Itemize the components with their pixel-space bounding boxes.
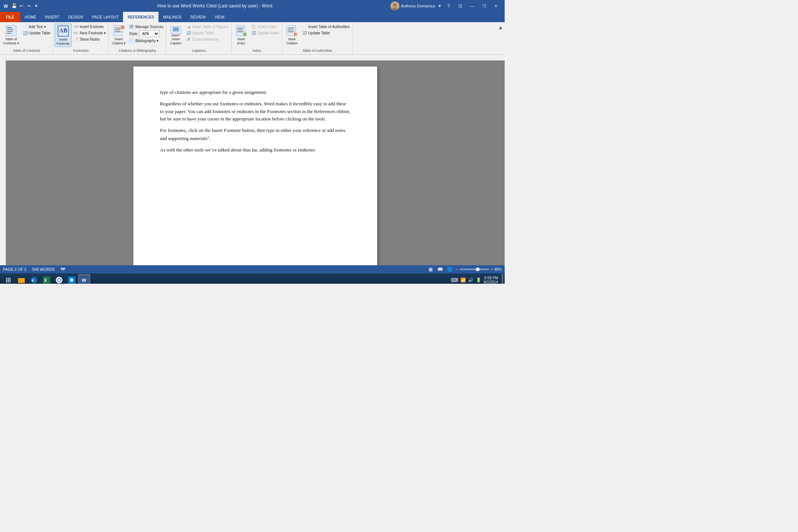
insert-footnote-icon: AB 1 <box>57 25 69 37</box>
customize-quick-access-icon[interactable]: ▾ <box>33 3 39 9</box>
svg-text:AB: AB <box>59 27 68 34</box>
document-page: type of citations are appropriate for a … <box>133 66 377 265</box>
style-dropdown[interactable]: APA MLA Chicago <box>139 30 160 37</box>
paragraph-4: As with the other tools we’ve talked abo… <box>160 146 351 154</box>
cross-reference-icon: 🔗 <box>186 37 191 42</box>
taskbar-ie[interactable]: e <box>28 274 40 284</box>
maximize-button[interactable]: ❐ <box>478 2 490 10</box>
volume-icon[interactable]: 🔊 <box>468 277 474 283</box>
update-toa-button[interactable]: 🔄 Update Table <box>301 30 351 36</box>
cross-reference-label: Cross-reference <box>192 37 219 41</box>
reading-view-button[interactable]: 📖 <box>437 266 443 273</box>
insert-footnote-label: InsertFootnote <box>57 38 70 46</box>
minimize-button[interactable]: — <box>466 2 478 10</box>
taskbar: ⊞ e X W ⌨ 📶 🔊 🔋 6:58 PM 9/2/2014 <box>0 273 505 284</box>
update-index-button[interactable]: 🔄 Update Index <box>250 30 281 36</box>
footnotes-group-label: Footnotes <box>55 48 107 53</box>
tab-review[interactable]: REVIEW <box>186 12 210 22</box>
taskbar-file-explorer[interactable] <box>16 274 27 284</box>
tab-view[interactable]: VIEW <box>210 12 229 22</box>
insert-index-icon: 📋 <box>251 24 256 29</box>
document-scroll[interactable]: type of citations are appropriate for a … <box>6 61 505 265</box>
update-table-toc-icon: 🔄 <box>23 30 28 35</box>
update-table-toc-label: Update Table <box>29 31 51 35</box>
ribbon-group-index-content: ✓ MarkEntry 📋 Insert Index 🔄 Update Inde… <box>233 24 281 48</box>
svg-point-47 <box>58 279 60 281</box>
zoom-level: 90% <box>494 267 502 272</box>
keyboard-icon[interactable]: ⌨ <box>451 277 458 283</box>
zoom-thumb[interactable] <box>476 267 480 271</box>
print-layout-view-button[interactable]: ▦ <box>427 266 434 273</box>
insert-caption-button[interactable]: InsertCaption <box>168 24 184 46</box>
web-layout-view-button[interactable]: 🌐 <box>446 266 453 273</box>
update-table-toc-button[interactable]: 🔄 Update Table <box>21 30 52 36</box>
help-icon[interactable]: ? <box>446 3 451 9</box>
svg-rect-25 <box>173 27 179 31</box>
ribbon-group-toc: Table ofContents ▾ 📄 Add Text ▾ 🔄 Update… <box>0 23 53 54</box>
battery-icon[interactable]: 🔋 <box>476 277 481 283</box>
zoom-minus-icon[interactable]: − <box>456 267 458 272</box>
ribbon-display-icon[interactable]: ⊡ <box>457 3 463 9</box>
zoom-plus-icon[interactable]: + <box>491 267 493 272</box>
taskbar-photos[interactable] <box>66 274 78 284</box>
insert-footnote-button[interactable]: AB 1 InsertFootnote <box>55 24 72 47</box>
horizontal-ruler <box>6 55 505 61</box>
insert-citation-button[interactable]: + InsertCitation ▾ <box>110 24 127 46</box>
window-controls: — ❐ ✕ <box>466 2 502 10</box>
tab-file[interactable]: FILE <box>0 12 20 22</box>
mark-citation-icon: ✓ <box>286 25 298 37</box>
quick-access-toolbar: 💾 ↩ ↪ ▾ <box>11 3 39 9</box>
show-desktop-button[interactable] <box>502 274 503 284</box>
style-selector[interactable]: Style: APA MLA Chicago <box>128 30 164 37</box>
zoom-control: − + 90% <box>456 267 502 272</box>
insert-table-figures-label: Insert Table of Figures <box>192 25 229 29</box>
toa-small-buttons: 📄 Insert Table of Authorities 🔄 Update T… <box>301 24 351 36</box>
show-notes-button[interactable]: 📝 Show Notes <box>72 36 107 42</box>
toc-button[interactable]: Table ofContents ▾ <box>1 24 21 46</box>
save-icon[interactable]: 💾 <box>11 3 17 9</box>
taskbar-word[interactable]: W <box>78 274 90 284</box>
update-table-cap-button[interactable]: 🔄 Update Table <box>185 30 230 36</box>
main-area: type of citations are appropriate for a … <box>0 55 505 265</box>
next-footnote-button[interactable]: AB↓ Next Footnote ▾ <box>72 30 107 36</box>
insert-index-button[interactable]: 📋 Insert Index <box>250 24 281 30</box>
bibliography-button[interactable]: Bibliography ▾ <box>128 38 164 44</box>
footnotes-small-buttons: AB² Insert Endnote AB↓ Next Footnote ▾ 📝… <box>72 24 107 42</box>
svg-text:W: W <box>82 277 86 283</box>
network-icon[interactable]: 📶 <box>460 277 466 283</box>
insert-toa-button[interactable]: 📄 Insert Table of Authorities <box>301 24 351 30</box>
ribbon-collapse-button[interactable]: ▲ <box>497 23 505 54</box>
user-dropdown-icon[interactable]: ▾ <box>437 3 443 9</box>
zoom-slider[interactable] <box>460 269 489 270</box>
insert-endnote-button[interactable]: AB² Insert Endnote <box>72 24 107 30</box>
insert-table-figures-button[interactable]: 📊 Insert Table of Figures <box>185 24 230 30</box>
citations-group-label: Citations & Bibliography <box>110 48 164 53</box>
tab-design[interactable]: DESIGN <box>64 12 88 22</box>
tab-insert[interactable]: INSERT <box>41 12 64 22</box>
mark-citation-label: MarkCitation <box>286 37 298 45</box>
undo-icon[interactable]: ↩ <box>18 3 24 9</box>
cross-reference-button[interactable]: 🔗 Cross-reference <box>185 36 230 42</box>
mark-entry-button[interactable]: ✓ MarkEntry <box>233 24 249 46</box>
svg-text:e: e <box>32 278 34 282</box>
mark-citation-button[interactable]: ✓ MarkCitation <box>284 24 300 46</box>
next-footnote-label: Next Footnote ▾ <box>80 31 106 35</box>
redo-icon[interactable]: ↪ <box>26 3 32 9</box>
document-map-icon[interactable]: 🗺 <box>61 267 65 272</box>
close-button[interactable]: ✕ <box>490 2 502 10</box>
taskbar-excel[interactable]: X <box>41 274 52 284</box>
start-button[interactable]: ⊞ <box>1 273 15 284</box>
toc-icon <box>5 25 17 37</box>
next-footnote-icon: AB↓ <box>74 30 79 35</box>
taskbar-chrome[interactable] <box>53 274 65 284</box>
svg-point-49 <box>70 278 74 282</box>
svg-point-3 <box>393 3 397 7</box>
tab-references[interactable]: REFERENCES <box>123 12 158 22</box>
tab-mailings[interactable]: MAILINGS <box>158 12 186 22</box>
tab-page-layout[interactable]: PAGE LAYOUT <box>88 12 123 22</box>
manage-sources-button[interactable]: Manage Sources <box>128 24 164 30</box>
add-text-button[interactable]: 📄 Add Text ▾ <box>21 24 52 30</box>
insert-table-figures-icon: 📊 <box>186 24 191 29</box>
show-notes-icon: 📝 <box>74 37 79 42</box>
tab-home[interactable]: HOME <box>20 12 41 22</box>
